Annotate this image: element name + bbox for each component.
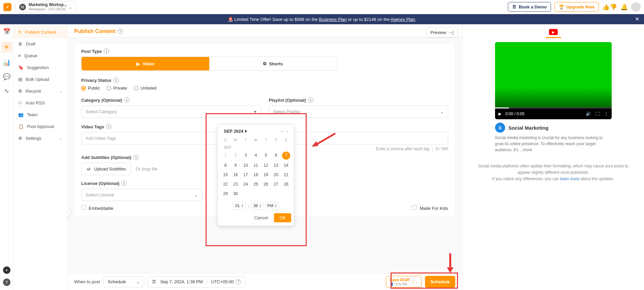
when-to-post-select[interactable]: Schedule⌄ (103, 276, 144, 287)
privacy-private[interactable]: Private (106, 86, 127, 91)
book-demo-button[interactable]: 🗓 Book a Demo (508, 2, 551, 12)
sidebar-item-suggestion[interactable]: 🔖Suggestion (13, 62, 67, 73)
minute-spinner[interactable]: 38▲▼ (251, 202, 264, 210)
calendar-day[interactable]: 6 (271, 151, 281, 161)
calendar-day[interactable]: 3 (241, 151, 251, 161)
calendar-day[interactable]: 21 (281, 170, 291, 180)
sidebar-item-post-approval[interactable]: 📋Post Approval (13, 121, 67, 132)
scheduled-datetime[interactable]: 🗓 Sep 7, 2024, 1:38 PM UTC+05:00? (148, 276, 246, 288)
calendar-day[interactable]: 20 (271, 170, 281, 180)
play-icon[interactable]: ▶ (498, 111, 501, 116)
calendar-day[interactable]: 19 (261, 170, 271, 180)
schedule-button[interactable]: Schedule (425, 276, 455, 288)
calendar-day[interactable]: 29 (220, 189, 231, 198)
calendar-day[interactable]: 24 (241, 180, 251, 189)
chevron-down-icon[interactable]: ⌄ (413, 280, 418, 284)
calendar-cancel-button[interactable]: Cancel (253, 213, 269, 222)
calendar-day[interactable]: 27 (271, 180, 281, 189)
calendar-day[interactable]: 17 (241, 170, 251, 180)
sidebar-item-queue[interactable]: ≡Queue (13, 50, 67, 62)
info-icon[interactable]: i (104, 49, 109, 54)
calendar-next[interactable]: › (286, 129, 288, 134)
calendar-icon[interactable]: 📅 (3, 28, 11, 36)
help-button[interactable]: ? (3, 279, 10, 286)
conversations-icon[interactable]: 💬 (3, 73, 11, 81)
calendar-day[interactable]: 30 (231, 189, 241, 198)
info-icon[interactable]: i (106, 124, 112, 129)
made-for-kids-checkbox[interactable]: Made For Kids (412, 205, 448, 211)
calendar-day[interactable]: 4 (251, 151, 261, 161)
calendar-day[interactable]: 16 (231, 170, 241, 180)
more-icon[interactable]: ⋮ (604, 111, 608, 116)
sidebar-item-bulk-upload[interactable]: ▤Bulk Upload (13, 73, 67, 85)
calendar-day-selected[interactable]: 7 (282, 152, 290, 160)
video-thumbnail[interactable] (495, 42, 612, 107)
calendar-day[interactable]: 11 (251, 161, 261, 170)
calendar-day[interactable]: 28 (281, 180, 291, 189)
calendar-month-selector[interactable]: SEP 2024▾ (224, 129, 247, 134)
calendar-prev[interactable]: ‹ (281, 129, 283, 134)
hour-spinner[interactable]: 01▲▼ (233, 202, 246, 210)
info-icon[interactable]: ? (236, 279, 241, 285)
info-icon[interactable]: i (308, 97, 313, 103)
calendar-day[interactable]: 15 (220, 170, 231, 180)
embeddable-checkbox[interactable]: Embeddable (81, 205, 113, 211)
sidebar-item-auto-rss[interactable]: ♲Auto RSS (13, 97, 67, 109)
sidebar-item-recycle[interactable]: ♻Recycle⌄ (13, 85, 67, 97)
info-icon[interactable]: i (121, 181, 127, 186)
preview-toggle[interactable]: Preview →| (426, 28, 458, 37)
calendar-day[interactable]: 1 (220, 151, 231, 161)
bell-icon[interactable]: 🔔 (620, 3, 628, 11)
ampm-spinner[interactable]: PM▲▼ (266, 202, 279, 210)
sidebar-item-settings[interactable]: ⚙Settings⌄ (13, 132, 67, 144)
publish-icon[interactable]: ✈ (1, 42, 12, 53)
learn-more-link[interactable]: learn more (560, 176, 579, 181)
info-icon[interactable]: i (114, 77, 119, 83)
calendar-day[interactable]: 25 (251, 180, 261, 189)
fullscreen-icon[interactable]: ⛶ (595, 111, 600, 116)
calendar-day[interactable]: 23 (231, 180, 241, 189)
upload-subtitles-button[interactable]: 🗚Upload Subtitles (81, 163, 131, 175)
business-plan-link[interactable]: Business Plan (319, 17, 346, 22)
workspace-selector[interactable]: M Marketing Worksp... Workspace · UTC+05… (16, 1, 76, 12)
calendar-day[interactable]: 22 (220, 180, 231, 189)
calendar-ok-button[interactable]: OK (274, 213, 291, 222)
info-icon[interactable]: ? (118, 29, 123, 34)
calendar-day[interactable]: 9 (231, 161, 241, 170)
calendar-day[interactable]: 14 (281, 161, 291, 170)
calendar-day[interactable]: 2 (231, 151, 241, 161)
info-icon[interactable]: i (133, 155, 139, 160)
calendar-day[interactable]: 8 (220, 161, 231, 170)
post-type-video[interactable]: ▶Video (82, 57, 209, 70)
sidebar-item-team[interactable]: 👥Team (13, 109, 67, 121)
calendar-day[interactable]: 13 (271, 161, 281, 170)
close-banner-icon[interactable]: ✕ (635, 16, 639, 22)
info-icon[interactable]: i (124, 97, 129, 103)
calendar-day[interactable]: 5 (261, 151, 271, 161)
playlist-select[interactable]: Select Playlist⌄ (269, 105, 449, 118)
collapse-sidebar-button[interactable]: ← (67, 208, 71, 217)
privacy-public[interactable]: Public (81, 86, 100, 91)
calendar-day[interactable]: 18 (251, 170, 261, 180)
audio-icon[interactable]: ∿ (3, 87, 11, 95)
calendar-day[interactable]: 10 (241, 161, 251, 170)
sidebar-item-publish-content[interactable]: ✎Publish Content (13, 26, 67, 38)
app-logo[interactable]: ✓ (3, 3, 11, 11)
privacy-unlisted[interactable]: Unlisted (134, 86, 156, 91)
add-button[interactable]: + (3, 266, 10, 274)
analytics-icon[interactable]: 📊 (3, 59, 11, 67)
feedback-icon[interactable]: 👍👎 (602, 3, 617, 11)
volume-icon[interactable]: 🔊 (586, 111, 591, 116)
calendar-day[interactable]: 26 (261, 180, 271, 189)
calendar-day[interactable]: 12 (261, 161, 271, 170)
upgrade-button[interactable]: 🏆 Upgrade Now (554, 2, 599, 12)
more-link[interactable]: ...more (520, 148, 532, 152)
agency-plan-link[interactable]: Agency Plan (391, 17, 415, 22)
user-avatar[interactable] (631, 2, 641, 12)
platform-tab-youtube[interactable]: ▶ (546, 29, 561, 38)
save-draft-button[interactable]: Save Draft 👤Only Me ⌄ (386, 276, 422, 288)
license-select[interactable]: Select License⌄ (81, 189, 203, 201)
post-type-shorts[interactable]: ⧉Shorts (209, 57, 337, 70)
sidebar-item-draft[interactable]: 🗎Draft (13, 38, 67, 50)
category-select[interactable]: Select Category▾ (81, 105, 261, 118)
